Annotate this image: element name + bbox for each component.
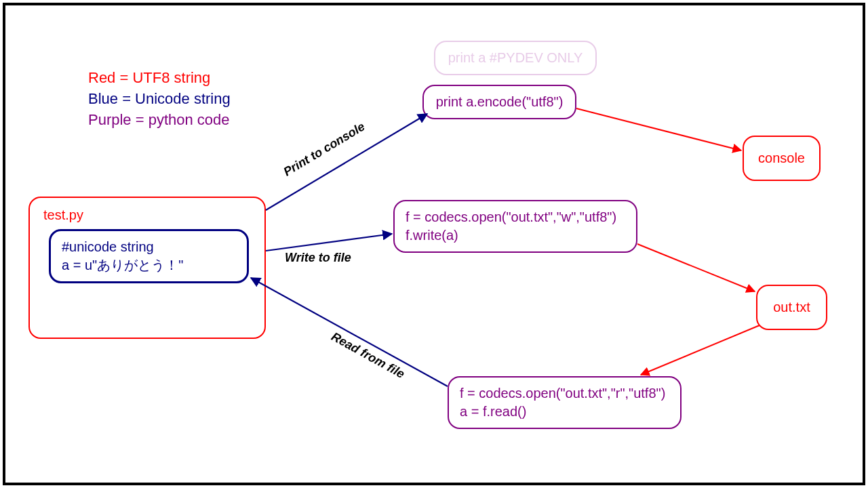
code-comment: #unicode string <box>62 238 236 256</box>
unicode-string-box: #unicode string a = u"ありがとう！" <box>49 229 249 283</box>
legend-utf8: Red = UTF8 string <box>88 68 231 89</box>
print-encode-box: print a.encode("utf8") <box>422 85 576 119</box>
console-label: console <box>758 150 805 165</box>
write-file-box: f = codecs.open("out.txt","w","utf8") f.… <box>393 200 637 253</box>
outtxt-box: out.txt <box>756 285 827 330</box>
console-box: console <box>743 136 821 181</box>
code-assign: a = u"ありがとう！" <box>62 256 236 274</box>
write-file-line2: f.write(a) <box>406 226 625 245</box>
edge-label-write: Write to file <box>285 251 351 265</box>
write-file-line1: f = codecs.open("out.txt","w","utf8") <box>406 208 625 226</box>
source-file-name: test.py <box>43 206 251 224</box>
print-pydev-box: print a #PYDEV ONLY <box>434 41 597 75</box>
legend-unicode: Blue = Unicode string <box>88 89 231 110</box>
read-file-line2: a = f.read() <box>460 403 669 421</box>
print-encode-text: print a.encode("utf8") <box>436 94 564 109</box>
read-file-line1: f = codecs.open("out.txt","r","utf8") <box>460 384 669 403</box>
print-pydev-text: print a #PYDEV ONLY <box>448 50 583 65</box>
legend: Red = UTF8 string Blue = Unicode string … <box>88 68 231 130</box>
read-file-box: f = codecs.open("out.txt","r","utf8") a … <box>448 376 682 429</box>
outtxt-label: out.txt <box>773 300 810 314</box>
legend-python: Purple = python code <box>88 110 231 131</box>
